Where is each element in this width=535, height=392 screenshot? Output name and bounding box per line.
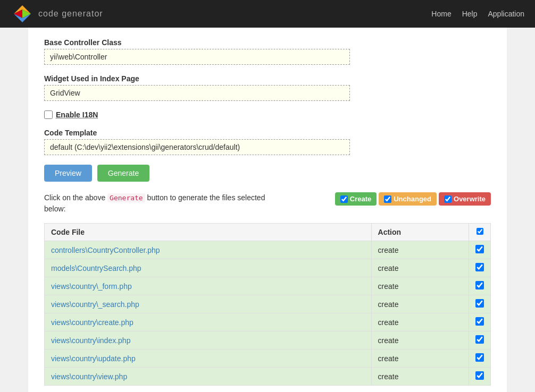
- table-row: views\country\view.phpcreate: [45, 368, 491, 386]
- code-template-group: Code Template: [44, 129, 491, 155]
- col-file-header: Code File: [45, 224, 372, 241]
- generate-button[interactable]: Generate: [97, 165, 149, 182]
- file-table: Code File Action controllers\CountryCont…: [44, 223, 491, 386]
- check-cell: [469, 368, 491, 386]
- file-link[interactable]: views\country\create.php: [51, 318, 133, 327]
- badge-create-label: Create: [350, 195, 371, 203]
- nav-help[interactable]: Help: [462, 10, 478, 18]
- base-controller-label: Base Controller Class: [44, 38, 491, 47]
- file-link[interactable]: views\country\view.php: [51, 372, 127, 381]
- i18n-label: Enable I18N: [56, 110, 98, 119]
- preview-button[interactable]: Preview: [44, 165, 92, 182]
- generate-keyword: Generate: [107, 193, 145, 202]
- action-cell: create: [371, 295, 469, 313]
- file-cell: views\country\_search.php: [45, 295, 372, 313]
- check-cell: [469, 259, 491, 277]
- i18n-group: Enable I18N: [44, 110, 491, 119]
- col-action-header: Action: [371, 224, 469, 241]
- table-row: views\country\create.phpcreate: [45, 313, 491, 331]
- action-cell: create: [371, 368, 469, 386]
- action-cell: create: [371, 259, 469, 277]
- check-cell: [469, 295, 491, 313]
- file-cell: models\CountrySearch.php: [45, 259, 372, 277]
- row-checkbox[interactable]: [475, 335, 484, 344]
- main-content: Base Controller Class Widget Used in Ind…: [28, 28, 507, 392]
- widget-group: Widget Used in Index Page: [44, 74, 491, 101]
- file-link[interactable]: views\country\_search.php: [51, 300, 139, 309]
- file-link[interactable]: controllers\CountryController.php: [51, 246, 160, 254]
- file-link[interactable]: views\country\index.php: [51, 336, 130, 345]
- file-cell: views\country\_form.php: [45, 277, 372, 295]
- action-cell: create: [371, 350, 469, 368]
- row-checkbox[interactable]: [475, 281, 484, 289]
- info-row: Click on the above Generate button to ge…: [44, 192, 491, 215]
- select-all-checkbox[interactable]: [477, 228, 483, 235]
- file-link[interactable]: models\CountrySearch.php: [51, 264, 141, 272]
- table-row: views\country\_form.phpcreate: [45, 277, 491, 295]
- badge-unchanged: Unchanged: [379, 192, 437, 206]
- file-cell: views\country\create.php: [45, 313, 372, 331]
- legend-badges: Create Unchanged Overwrite: [335, 192, 491, 206]
- widget-label: Widget Used in Index Page: [44, 74, 491, 83]
- table-row: controllers\CountryController.phpcreate: [45, 241, 491, 259]
- file-link[interactable]: views\country\_form.php: [51, 282, 132, 291]
- badge-overwrite-label: Overwrite: [454, 195, 486, 203]
- badge-overwrite: Overwrite: [439, 192, 491, 206]
- table-row: views\country\_search.phpcreate: [45, 295, 491, 313]
- row-checkbox[interactable]: [475, 263, 484, 271]
- badge-unchanged-label: Unchanged: [394, 195, 431, 203]
- row-checkbox[interactable]: [475, 317, 484, 326]
- app-title: code generator: [38, 9, 103, 19]
- badge-create: Create: [335, 192, 377, 206]
- table-row: views\country\index.phpcreate: [45, 331, 491, 350]
- base-controller-group: Base Controller Class: [44, 38, 491, 65]
- nav-application[interactable]: Application: [488, 10, 525, 18]
- brand: code generator: [11, 4, 103, 23]
- table-row: views\country\update.phpcreate: [45, 350, 491, 368]
- action-cell: create: [371, 331, 469, 350]
- table-row: models\CountrySearch.phpcreate: [45, 259, 491, 277]
- row-checkbox[interactable]: [475, 353, 484, 362]
- file-cell: views\country\view.php: [45, 368, 372, 386]
- check-cell: [469, 331, 491, 350]
- file-cell: views\country\update.php: [45, 350, 372, 368]
- action-cell: create: [371, 313, 469, 331]
- badge-overwrite-checkbox[interactable]: [444, 195, 452, 203]
- row-checkbox[interactable]: [475, 299, 484, 308]
- action-buttons: Preview Generate: [44, 165, 491, 182]
- yii-logo: [11, 4, 34, 23]
- info-text: Click on the above Generate button to ge…: [44, 192, 273, 215]
- col-check-header: [469, 224, 491, 241]
- info-before: Click on the above: [44, 193, 105, 202]
- row-checkbox[interactable]: [475, 245, 484, 253]
- nav-home[interactable]: Home: [431, 10, 451, 18]
- badge-create-checkbox[interactable]: [340, 195, 348, 203]
- i18n-checkbox[interactable]: [44, 110, 53, 119]
- navbar: code generator Home Help Application: [0, 0, 535, 28]
- check-cell: [469, 241, 491, 259]
- file-cell: controllers\CountryController.php: [45, 241, 372, 259]
- row-checkbox[interactable]: [475, 371, 484, 380]
- badge-unchanged-checkbox[interactable]: [384, 195, 391, 203]
- code-template-label: Code Template: [44, 129, 491, 137]
- nav-links: Home Help Application: [431, 10, 524, 18]
- file-cell: views\country\index.php: [45, 331, 372, 350]
- code-template-input[interactable]: [44, 139, 350, 155]
- action-cell: create: [371, 241, 469, 259]
- check-cell: [469, 313, 491, 331]
- file-link[interactable]: views\country\update.php: [51, 354, 136, 363]
- check-cell: [469, 350, 491, 368]
- base-controller-input[interactable]: [44, 49, 350, 65]
- action-cell: create: [371, 277, 469, 295]
- widget-input[interactable]: [44, 85, 350, 101]
- check-cell: [469, 277, 491, 295]
